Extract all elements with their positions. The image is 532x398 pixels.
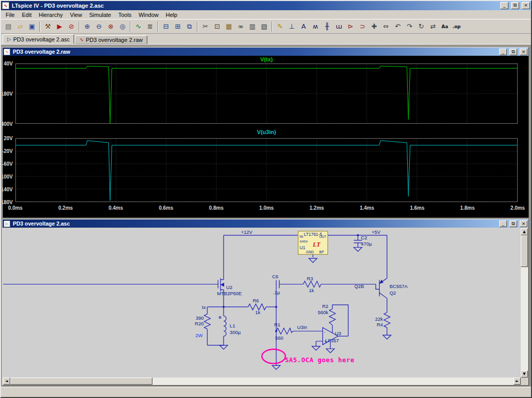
menu-hierarchy[interactable]: Hierarchy: [35, 11, 66, 18]
r3-resistor[interactable]: R3 1k: [303, 276, 321, 294]
schematic-window-icon: ▷: [4, 220, 10, 227]
vertical-scrollbar[interactable]: ▲ ▼: [521, 228, 528, 378]
copy-icon[interactable]: ⊡: [211, 21, 223, 32]
waveform-icon-glyph: ∿: [5, 50, 9, 54]
place-capacitor-icon[interactable]: ╫: [321, 21, 333, 32]
tile-horizontally-icon[interactable]: ⊟: [160, 21, 172, 32]
x-tick-label: 2.0ms: [511, 205, 525, 211]
cut-icon[interactable]: ✂: [199, 21, 211, 32]
x-tick-label: 1.2ms: [309, 205, 324, 211]
l1-inductor[interactable]: L1 300µ: [219, 316, 241, 336]
place-net-label-icon[interactable]: A: [298, 21, 309, 32]
tile-vertically-icon[interactable]: ⊞: [172, 21, 184, 32]
place-resistor-icon[interactable]: ʍ: [309, 21, 321, 32]
horizontal-scrollbar[interactable]: ◄ ►: [3, 378, 521, 385]
tab-schematic[interactable]: ▷PD3 overvoltage 2.asc: [3, 34, 74, 44]
waveform-close-button[interactable]: ×: [520, 49, 527, 55]
u3-ref-label: U3: [335, 330, 341, 336]
wave-pane-1-box[interactable]: [15, 63, 518, 124]
scroll-track[interactable]: [152, 378, 514, 385]
schematic-minimize-button[interactable]: _: [499, 220, 507, 227]
close-button[interactable]: ×: [522, 2, 530, 9]
find-icon[interactable]: ∞: [235, 21, 247, 32]
mirror-icon[interactable]: ⇄: [427, 21, 439, 32]
schematic-canvas[interactable]: LT1761-5 IN OUT SHDN LT U1 GND BP +12V +…: [3, 228, 521, 378]
redo-icon[interactable]: ↷: [404, 21, 415, 32]
menu-edit[interactable]: Edit: [18, 11, 35, 18]
menu-simulate[interactable]: Simulate: [85, 11, 115, 18]
scroll-right-icon[interactable]: ►: [514, 378, 521, 385]
r3-ref-label: R3: [307, 276, 313, 281]
control-panel-icon[interactable]: ⚒: [42, 21, 54, 32]
draw-wire-icon[interactable]: ✎: [274, 21, 286, 32]
schematic-svg: LT1761-5 IN OUT SHDN LT U1 GND BP +12V +…: [3, 228, 521, 378]
run-simulation-icon[interactable]: ▶: [54, 21, 65, 32]
toolbar-separator: [79, 21, 80, 32]
ground-symbols[interactable]: [219, 247, 391, 369]
scroll-up-icon[interactable]: ▲: [521, 228, 528, 235]
schematic-close-button[interactable]: ×: [520, 220, 527, 227]
r2-resistor[interactable]: R2 560k: [318, 303, 335, 325]
scroll-down-icon[interactable]: ▼: [521, 370, 528, 378]
app-icon[interactable]: ∿: [2, 2, 9, 9]
menu-help[interactable]: Help: [162, 11, 181, 18]
r20-resistor[interactable]: 390 R20 2W: [195, 314, 210, 338]
pan-icon[interactable]: ◎: [117, 21, 128, 32]
undo-icon[interactable]: ↶: [392, 21, 404, 32]
r4-resistor[interactable]: 22k R4: [375, 313, 390, 328]
menu-tools[interactable]: Tools: [115, 11, 135, 18]
menu-window[interactable]: Window: [135, 11, 162, 18]
minimize-button[interactable]: _: [500, 2, 508, 9]
spice-directive-icon[interactable]: .op: [451, 21, 462, 32]
restore-button[interactable]: ⧉: [511, 2, 519, 9]
move-icon[interactable]: ✚: [368, 21, 380, 32]
zoom-out-icon[interactable]: ⊖: [93, 21, 105, 32]
q2-transistor[interactable]: BC557A Q2: [380, 280, 408, 297]
c2-capacitor[interactable]: C2 470µ: [354, 235, 372, 247]
horizontal-scroll-thumb[interactable]: [10, 378, 152, 385]
rotate-icon[interactable]: ↻: [415, 21, 427, 32]
c6-capacitor[interactable]: C6 .1µ: [272, 274, 280, 296]
wires[interactable]: [3, 234, 387, 365]
waveform-plot-area[interactable]: V(tx) 40V-180V-400V V(u3in) 20V-20V-60V-…: [3, 56, 528, 217]
cascade-windows-icon[interactable]: ⧉: [184, 21, 195, 32]
zoom-full-extents-icon[interactable]: ⊗: [105, 21, 117, 32]
u2-mosfet[interactable]: U2 MTB2P50E: [217, 278, 241, 297]
open-file-icon[interactable]: ▱: [14, 21, 26, 32]
wave-pane-2-box[interactable]: [15, 138, 518, 202]
y-tick-label: -180V: [3, 91, 13, 97]
waveform-minimize-button[interactable]: _: [499, 49, 507, 55]
schematic-restore-button[interactable]: ⧉: [509, 220, 517, 227]
place-inductor-icon[interactable]: ɯ: [333, 21, 345, 32]
scroll-left-icon[interactable]: ◄: [3, 378, 10, 385]
new-schematic-icon[interactable]: ▤: [3, 21, 14, 32]
u3-opamp[interactable]: - + U3 LF357: [323, 327, 341, 345]
print-setup-icon[interactable]: ▥: [247, 21, 258, 32]
halt-simulation-icon[interactable]: ⊘: [65, 21, 77, 32]
text-icon[interactable]: Aa: [439, 21, 451, 32]
place-component-icon[interactable]: ⊃: [357, 21, 368, 32]
r2-ref-label: R2: [322, 303, 328, 309]
vertical-scroll-thumb[interactable]: [521, 235, 528, 267]
scrollbar-corner: [521, 378, 528, 385]
waveform-restore-button[interactable]: ⧉: [509, 49, 517, 55]
wave-pane-1-ylabels: 40V-180V-400V: [3, 63, 14, 124]
save-icon[interactable]: ▣: [26, 21, 38, 32]
spice-netlist-icon[interactable]: ≣: [144, 21, 156, 32]
plot-settings-icon[interactable]: ∿: [132, 21, 144, 32]
l1-value-label: 300µ: [230, 329, 241, 335]
paste-icon[interactable]: ▦: [223, 21, 235, 32]
u1-pin-bp: BP: [319, 250, 324, 254]
wave-pane-2-ylabels: 20V-20V-60V-100V-140V-180V: [3, 138, 14, 202]
toolbar-separator: [130, 21, 131, 32]
drag-icon[interactable]: ⇔: [380, 21, 392, 32]
menu-view[interactable]: View: [66, 11, 86, 18]
r6-resistor[interactable]: R6 1k: [248, 298, 266, 315]
place-diode-icon[interactable]: ⊳: [345, 21, 357, 32]
print-icon[interactable]: ▧: [258, 21, 270, 32]
u1-regulator[interactable]: LT1761-5 IN OUT SHDN LT U1 GND BP: [298, 231, 328, 254]
place-ground-icon[interactable]: ⊥: [286, 21, 298, 32]
menu-file[interactable]: File: [2, 11, 18, 18]
zoom-in-icon[interactable]: ⊕: [81, 21, 93, 32]
tab-waveform[interactable]: ∿PD3 overvoltage 2.raw: [75, 35, 147, 44]
